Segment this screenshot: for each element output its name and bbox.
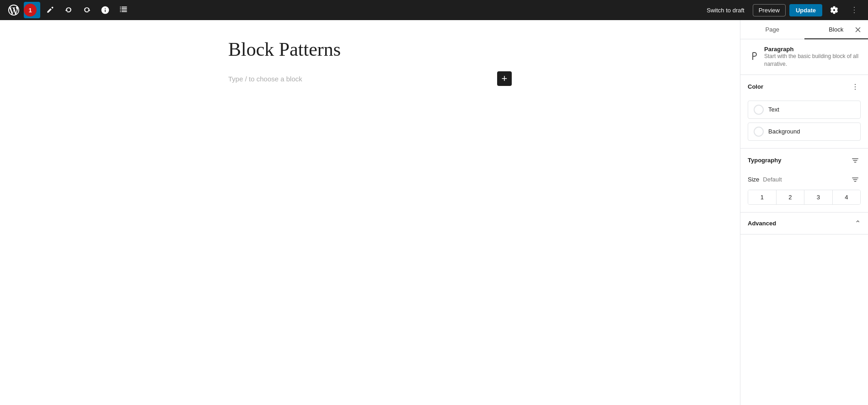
advanced-title: Advanced [748,220,776,227]
color-panel-header: Color [740,75,868,99]
redo-button[interactable] [79,2,95,18]
svg-point-2 [855,89,856,90]
sidebar-close-button[interactable] [852,23,864,36]
edit-button[interactable] [42,2,59,18]
more-options-button[interactable] [846,2,863,18]
wp-logo[interactable] [5,2,22,18]
info-button[interactable] [97,2,113,18]
typography-options-button[interactable] [850,155,861,166]
color-options-button[interactable] [850,81,861,92]
block-description: Start with the basic building block of a… [764,53,861,68]
list-view-button[interactable] [115,2,132,18]
advanced-header[interactable]: Advanced ⌃ [740,213,868,234]
editor-content: Block Patterns Type / to choose a block … [228,38,512,387]
svg-point-0 [855,84,856,85]
undo-button[interactable] [60,2,77,18]
toolbar-left: + [5,2,700,18]
inline-add-block-button[interactable]: + [497,71,512,86]
preview-button[interactable]: Preview [753,4,786,16]
editor-area[interactable]: 1 Block Patterns Type / to choose a bloc… [0,20,740,405]
color-section: Color Text Background [740,75,868,149]
size-label: Size [748,176,759,183]
main-layout: 1 Block Patterns Type / to choose a bloc… [0,20,868,405]
tab-page[interactable]: Page [740,21,804,39]
typography-section: Typography Size Default [740,149,868,213]
block-info: Paragraph Start with the basic building … [740,39,868,75]
placeholder-text: Type / to choose a block [228,75,493,83]
top-toolbar: + Switch to draft [0,0,868,20]
size-row: Size Default [748,174,861,185]
switch-draft-button[interactable]: Switch to draft [702,4,749,16]
block-info-text: Paragraph Start with the basic building … [764,46,861,68]
size-btn-1[interactable]: 1 [748,190,777,204]
typography-section-title: Typography [748,157,781,164]
color-options-list: Text Background [740,99,868,148]
chevron-down-icon: ⌃ [855,219,861,228]
typography-panel-header: Typography [740,149,868,172]
svg-point-1 [855,86,856,87]
sidebar-tabs: Page Block [740,20,868,39]
right-sidebar: Page Block Paragraph Start with the basi… [740,20,868,405]
update-button[interactable]: Update [789,4,822,16]
typography-content: Size Default 1 2 3 4 [740,172,868,212]
size-value: Default [763,176,782,183]
text-color-option[interactable]: Text [748,101,861,119]
page-title[interactable]: Block Patterns [228,38,512,60]
text-color-label: Text [768,106,779,113]
block-name: Paragraph [764,46,861,53]
background-color-swatch [754,127,764,137]
size-btn-4[interactable]: 4 [833,190,861,204]
background-color-option[interactable]: Background [748,123,861,141]
size-buttons: 1 2 3 4 [748,190,861,205]
paragraph-icon [748,49,760,64]
settings-button[interactable] [826,2,842,18]
block-placeholder[interactable]: Type / to choose a block + [228,71,512,86]
size-options-button[interactable] [850,174,861,185]
size-btn-3[interactable]: 3 [804,190,833,204]
text-color-swatch [754,105,764,115]
size-btn-2[interactable]: 2 [777,190,805,204]
background-color-label: Background [768,128,800,135]
advanced-section: Advanced ⌃ [740,213,868,234]
toolbar-right: Switch to draft Preview Update [702,2,863,18]
color-section-title: Color [748,83,763,90]
